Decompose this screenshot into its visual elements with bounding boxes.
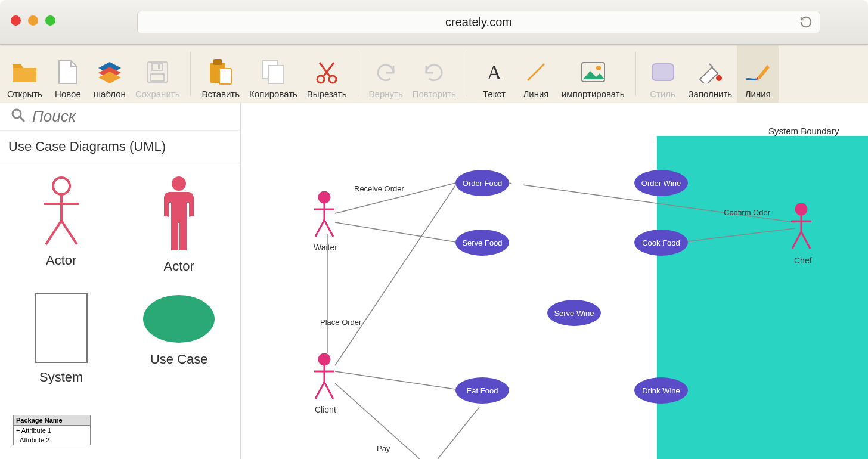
- palette-actor-human[interactable]: Actor: [120, 175, 238, 274]
- actor-client[interactable]: [312, 353, 336, 401]
- reload-icon[interactable]: [799, 15, 813, 32]
- palette-system[interactable]: System: [2, 292, 120, 385]
- fill-icon: [698, 59, 723, 85]
- redo-icon: [423, 59, 445, 85]
- edge-extend1: << extend>>: [548, 170, 592, 179]
- separator: [467, 52, 467, 96]
- edge-extend2: << extend >> { if wine was ordered }: [503, 269, 599, 287]
- svg-point-43: [319, 354, 330, 365]
- undo-icon: [374, 59, 397, 85]
- new-button[interactable]: Новое: [47, 45, 89, 103]
- svg-text:A: A: [487, 61, 502, 83]
- actor-waiter[interactable]: [312, 191, 336, 239]
- palette-usecase[interactable]: Use Case: [120, 292, 238, 385]
- image-icon: [581, 59, 606, 85]
- palette-package[interactable]: Package Name + Attribute 1 - Attribute 2: [13, 415, 91, 445]
- browser-chrome: creately.com: [0, 0, 868, 45]
- system-boundary-box[interactable]: [657, 136, 868, 459]
- svg-point-23: [172, 176, 186, 191]
- workspace: Use Case Diagrams (UML) Actor Actor Syst…: [0, 103, 868, 459]
- svg-line-46: [315, 382, 324, 399]
- close-window-button[interactable]: [11, 15, 21, 26]
- save-icon: [146, 59, 169, 85]
- separator: [636, 52, 636, 96]
- usecase-order-wine[interactable]: Order Wine: [634, 170, 688, 196]
- text-button[interactable]: A Текст: [473, 45, 515, 103]
- svg-line-30: [335, 185, 455, 365]
- svg-point-25: [143, 295, 215, 343]
- url-bar[interactable]: creately.com: [137, 11, 820, 33]
- pencil-line-icon: [745, 59, 771, 85]
- new-file-icon: [58, 59, 78, 85]
- svg-point-48: [796, 204, 807, 215]
- paste-button[interactable]: Вставить: [197, 45, 244, 103]
- sidebar-title: Use Case Diagrams (UML): [0, 131, 240, 163]
- usecase-order-food[interactable]: Order Food: [455, 170, 509, 196]
- sidebar: Use Case Diagrams (UML) Actor Actor Syst…: [0, 103, 241, 459]
- svg-rect-3: [151, 74, 164, 81]
- search-input[interactable]: [32, 107, 211, 126]
- svg-line-29: [335, 371, 455, 389]
- copy-button[interactable]: Копировать: [244, 45, 302, 103]
- traffic-lights: [11, 15, 55, 26]
- edge-extend3: << extend >> {if the wine was consumed }: [533, 381, 628, 399]
- svg-rect-5: [213, 59, 222, 65]
- svg-point-18: [53, 178, 70, 194]
- shape-palette: Actor Actor System Use Case: [0, 163, 240, 415]
- separator: [358, 52, 358, 96]
- svg-rect-2: [158, 64, 160, 69]
- actor-chef[interactable]: [789, 203, 813, 251]
- undo-button[interactable]: Вернуть: [364, 45, 408, 103]
- svg-rect-15: [652, 64, 674, 80]
- usecase-drink-wine[interactable]: Drink Wine: [634, 377, 688, 404]
- system-boundary-label: System Boundary: [768, 126, 839, 136]
- import-button[interactable]: импортировать: [557, 45, 630, 103]
- cut-button[interactable]: Вырезать: [302, 45, 352, 103]
- svg-line-47: [324, 382, 333, 399]
- svg-rect-8: [268, 66, 284, 83]
- edge-facilitate: Facilitate Payment: [450, 446, 513, 455]
- svg-rect-24: [36, 293, 87, 362]
- usecase-serve-wine[interactable]: Serve Wine: [547, 300, 601, 326]
- scissors-icon: [315, 59, 339, 85]
- actor-client-label: Client: [315, 405, 336, 414]
- save-button[interactable]: Сохранить: [131, 45, 185, 103]
- search-row: [0, 103, 240, 131]
- usecase-cook-food[interactable]: Cook Food: [634, 230, 688, 256]
- template-button[interactable]: шаблон: [89, 45, 131, 103]
- line-button[interactable]: Линия: [515, 45, 557, 103]
- palette-actor-stick[interactable]: Actor: [2, 175, 120, 274]
- edge-confirm: Confirm Oder: [724, 208, 770, 217]
- clipboard-icon: [209, 59, 232, 85]
- svg-rect-6: [219, 69, 231, 84]
- style-icon: [651, 59, 675, 85]
- style-button[interactable]: Стиль: [642, 45, 684, 103]
- svg-rect-1: [152, 63, 163, 70]
- copy-icon: [261, 59, 285, 85]
- svg-point-17: [13, 110, 21, 118]
- toolbar: Открыть Новое шаблон Сохранить Вставить …: [0, 45, 868, 103]
- usecase-eat-food[interactable]: Eat Food: [455, 377, 509, 404]
- minimize-window-button[interactable]: [28, 15, 38, 26]
- search-icon[interactable]: [11, 108, 26, 126]
- svg-line-12: [528, 64, 544, 80]
- folder-icon: [11, 59, 38, 85]
- canvas[interactable]: System Boundary: [241, 103, 868, 459]
- svg-line-41: [315, 220, 324, 237]
- usecase-serve-food[interactable]: Serve Food: [455, 230, 509, 256]
- svg-point-14: [596, 66, 601, 70]
- actor-chef-label: Chef: [794, 256, 812, 265]
- redo-button[interactable]: Повторить: [408, 45, 461, 103]
- svg-line-42: [324, 220, 333, 237]
- svg-line-21: [46, 221, 61, 244]
- svg-line-22: [61, 221, 77, 244]
- layers-icon: [97, 59, 122, 85]
- maximize-window-button[interactable]: [45, 15, 55, 26]
- separator: [190, 52, 191, 96]
- open-button[interactable]: Открыть: [2, 45, 47, 103]
- edge-pay: Pay: [377, 444, 390, 453]
- fill-button[interactable]: Заполнить: [684, 45, 737, 103]
- line2-button[interactable]: Линия: [737, 45, 779, 103]
- svg-line-52: [801, 232, 810, 249]
- svg-line-27: [335, 222, 455, 242]
